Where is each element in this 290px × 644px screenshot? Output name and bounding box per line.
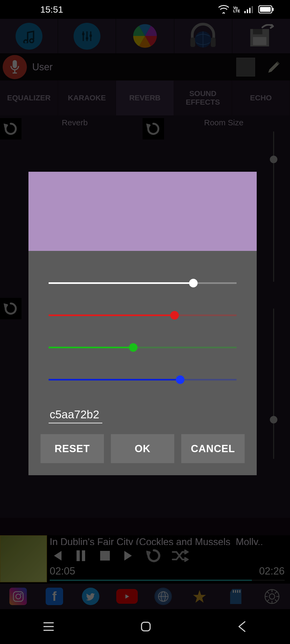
ok-button[interactable]: OK bbox=[111, 434, 174, 463]
color-preview bbox=[28, 172, 257, 251]
blue-slider[interactable] bbox=[49, 364, 237, 396]
green-slider[interactable] bbox=[49, 331, 237, 364]
hex-input[interactable] bbox=[49, 407, 102, 423]
red-slider[interactable] bbox=[49, 299, 237, 331]
alpha-slider[interactable] bbox=[49, 267, 237, 299]
color-picker-dialog: RESET OK CANCEL bbox=[28, 172, 257, 475]
cancel-button[interactable]: CANCEL bbox=[181, 434, 245, 463]
reset-button[interactable]: RESET bbox=[41, 434, 104, 463]
